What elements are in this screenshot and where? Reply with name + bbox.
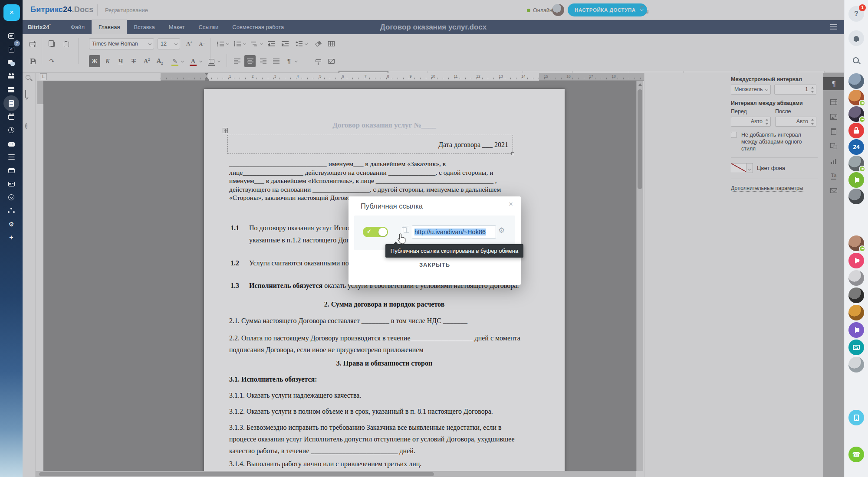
spinner-arrows-icon[interactable] [811, 118, 814, 125]
user-avatar[interactable] [848, 305, 864, 320]
spacing-before-spinner[interactable]: Авто [731, 117, 771, 127]
sidebar-item-settings[interactable]: ⚙ [0, 218, 23, 231]
chevron-down-icon[interactable] [295, 59, 298, 62]
date-text-frame[interactable]: Дата договора ___ 2021 [227, 135, 513, 154]
sidebar-item-funnel[interactable] [0, 150, 23, 163]
public-link-toggle[interactable]: ✓ [363, 227, 388, 237]
sidebar-item-feed[interactable] [0, 29, 23, 42]
comments-button[interactable] [25, 90, 33, 98]
decrease-font-button[interactable]: А– [196, 38, 207, 50]
increase-font-button[interactable]: А+ [184, 38, 195, 50]
chart-settings-tab[interactable] [823, 154, 844, 167]
header-settings-tab[interactable] [823, 125, 844, 138]
user-avatar[interactable] [848, 270, 864, 286]
sidebar-item-calendar[interactable] [0, 110, 23, 123]
background-color-swatch[interactable] [731, 163, 746, 172]
horizontal-scrollbar[interactable] [36, 471, 636, 477]
close-icon[interactable]: × [509, 200, 513, 209]
redo-button[interactable]: ↷ [46, 55, 57, 67]
tab-selector[interactable]: L [40, 73, 47, 80]
copy-button[interactable] [46, 38, 57, 50]
font-name-select[interactable]: Times New Roman [89, 38, 154, 49]
chevron-down-icon[interactable] [226, 42, 229, 45]
bullet-list-button[interactable] [215, 38, 226, 50]
link-settings-gear-icon[interactable]: ⚙ [498, 226, 505, 235]
increase-indent-button[interactable] [279, 38, 291, 50]
horizontal-ruler[interactable]: 123456789101112131415161718 [161, 73, 658, 81]
user-avatar[interactable] [848, 156, 864, 171]
tab-главная[interactable]: Главная [92, 20, 127, 34]
sidebar-item-crm[interactable] [0, 137, 23, 150]
bitrix24-chat[interactable]: 24 [848, 139, 864, 155]
sidebar-item-more[interactable] [0, 191, 23, 204]
sidebar-item-tasks[interactable]: ✓7 [0, 43, 23, 56]
telephony-button[interactable]: ☎ [848, 447, 864, 462]
textart-settings-tab[interactable]: Ta [823, 169, 844, 182]
close-sidebar-button[interactable]: × [3, 4, 20, 21]
paragraph-settings-tab[interactable]: ¶ [823, 77, 844, 90]
tab-совместная-работа[interactable]: Совместная работа [225, 20, 291, 34]
chevron-down-icon[interactable] [305, 42, 308, 45]
mailmerge-button[interactable] [326, 55, 337, 67]
channel-chat[interactable] [848, 172, 864, 188]
align-center-button[interactable] [244, 55, 256, 67]
sidebar-item-docs[interactable] [0, 97, 23, 110]
font-color-button[interactable]: А [187, 55, 199, 67]
paste-button[interactable] [61, 38, 72, 50]
copy-link-icon[interactable] [402, 227, 407, 233]
vertical-ruler[interactable] [37, 81, 43, 471]
chevron-down-icon[interactable] [199, 59, 202, 62]
same-style-checkbox[interactable] [731, 132, 737, 138]
info-button[interactable]: i [25, 121, 33, 129]
fullscreen-icon[interactable] [641, 6, 648, 13]
sidebar-item-contacts[interactable] [0, 177, 23, 190]
tab-макет[interactable]: Макет [162, 20, 192, 34]
tab-ссылки[interactable]: Ссылки [192, 20, 226, 34]
avatar[interactable] [552, 4, 564, 16]
mobile-app-button[interactable] [848, 410, 864, 425]
sidebar-item-people[interactable] [0, 70, 23, 83]
notifications-button[interactable] [848, 30, 864, 46]
tab-файл[interactable]: Файл [64, 20, 92, 34]
clear-style-button[interactable] [312, 38, 324, 50]
highlight-button[interactable]: ✎ [169, 55, 181, 67]
nonprinting-chars-button[interactable]: ¶ [283, 55, 295, 67]
chevron-down-icon[interactable] [217, 59, 220, 62]
shape-settings-tab[interactable] [823, 140, 844, 153]
chevron-down-icon[interactable] [260, 42, 263, 45]
screen-share-chat[interactable] [848, 340, 864, 355]
locked-chat[interactable] [848, 123, 864, 138]
font-size-select[interactable]: 12 [158, 38, 180, 49]
format-painter-button[interactable] [312, 55, 324, 67]
frame-resize-handle[interactable] [511, 152, 514, 155]
sidebar-item-sites[interactable] [0, 164, 23, 177]
close-modal-button[interactable]: ЗАКРЫТЬ [349, 261, 521, 268]
align-right-button[interactable] [257, 55, 269, 67]
spinner-arrows-icon[interactable] [811, 86, 814, 93]
help-button[interactable]: ?1 [848, 6, 864, 22]
bold-button[interactable]: Ж [89, 55, 100, 67]
sidebar-item-chat[interactable] [0, 56, 23, 69]
chevron-down-icon[interactable] [181, 59, 184, 62]
channel-chat[interactable] [848, 253, 864, 268]
line-spacing-type-select[interactable]: Множитель [731, 85, 771, 95]
italic-button[interactable]: К [102, 55, 113, 67]
tab-вставка[interactable]: Вставка [127, 20, 161, 34]
spacing-after-spinner[interactable]: Авто [775, 117, 816, 127]
spinner-arrows-icon[interactable] [765, 118, 769, 125]
line-spacing-value-spinner[interactable]: 1 [774, 85, 816, 95]
user-avatar[interactable] [848, 189, 864, 204]
insert-table-button[interactable] [326, 38, 337, 50]
numbered-list-button[interactable] [232, 38, 243, 50]
user-avatar[interactable] [848, 235, 864, 251]
underline-button[interactable]: Ч [115, 55, 126, 67]
search-button[interactable] [848, 53, 864, 69]
strikethrough-button[interactable]: Т [128, 55, 139, 67]
decrease-indent-button[interactable] [266, 38, 277, 50]
multilevel-list-button[interactable] [249, 38, 260, 50]
user-avatar[interactable] [848, 90, 864, 105]
advanced-settings-link[interactable]: Дополнительные параметры [731, 185, 803, 192]
image-settings-tab[interactable] [823, 110, 844, 123]
sidebar-item-add[interactable]: + [0, 231, 23, 244]
print-button[interactable] [27, 38, 38, 50]
